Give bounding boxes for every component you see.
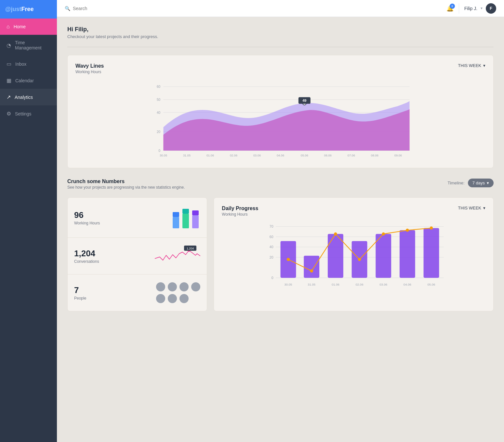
svg-rect-27 [182, 209, 189, 214]
daily-title-block: Daily Progress Working Hours [222, 206, 258, 217]
divider [67, 47, 494, 47]
working-hours-chart [171, 206, 200, 230]
svg-point-55 [406, 229, 409, 232]
user-name: Filip J. [464, 6, 477, 11]
svg-point-52 [334, 233, 337, 236]
calendar-icon: ▦ [7, 77, 11, 84]
svg-point-53 [358, 258, 361, 261]
greeting-subtitle: Checkout your latest projects and their … [67, 34, 494, 39]
svg-rect-28 [192, 215, 199, 228]
svg-point-56 [430, 226, 433, 230]
timeline-button[interactable]: 7 days ▾ [468, 179, 494, 187]
conversations-sparkline: 1,204 [155, 246, 200, 266]
svg-text:04.06: 04.06 [277, 154, 284, 157]
working-hours-stat: 96 Working Hours [68, 198, 207, 238]
svg-rect-45 [328, 234, 343, 278]
notification-button[interactable]: 🔔 8 [446, 5, 454, 12]
sidebar-item-calendar[interactable]: ▦ Calendar [0, 72, 57, 89]
people-stat: 7 People [68, 275, 207, 311]
svg-text:0: 0 [159, 149, 161, 153]
working-hours-text: 96 Working Hours [74, 210, 100, 225]
working-hours-label: Working Hours [74, 221, 100, 225]
crunch-header: Crunch some Numbers See how your project… [67, 179, 494, 190]
stats-grid: 96 Working Hours [67, 197, 494, 311]
wavy-chart-area: 60 50 40 20 0 49 30.05 31.05 [75, 81, 485, 160]
svg-text:30.05: 30.05 [285, 283, 292, 286]
svg-text:40: 40 [157, 111, 161, 114]
logo-suffix: Free [21, 6, 34, 12]
search-icon: 🔍 [65, 6, 70, 11]
this-week-label: THIS WEEK [458, 63, 481, 68]
sidebar-item-label: Analytics [15, 95, 33, 100]
svg-text:09.06: 09.06 [394, 154, 402, 157]
user-menu[interactable]: Filip J. ▼ F [459, 3, 496, 14]
people-value: 7 [74, 285, 86, 295]
svg-point-54 [382, 233, 385, 236]
chevron-down-icon: ▾ [487, 181, 489, 185]
svg-text:49: 49 [302, 99, 306, 102]
settings-icon: ⚙ [7, 111, 11, 117]
svg-text:06.06: 06.06 [324, 154, 332, 157]
svg-text:08.06: 08.06 [371, 154, 378, 157]
svg-point-50 [287, 258, 290, 261]
wavy-this-week-button[interactable]: THIS WEEK ▾ [458, 63, 485, 68]
sidebar-item-label: Settings [15, 111, 32, 116]
svg-text:40: 40 [270, 245, 273, 249]
svg-text:05.06: 05.06 [428, 283, 435, 286]
search-container[interactable]: 🔍 [65, 6, 443, 11]
sidebar-item-label: Time Management [15, 40, 50, 50]
svg-rect-24 [173, 217, 179, 228]
crunch-title-block: Crunch some Numbers See how your project… [67, 179, 185, 190]
sidebar-item-time-management[interactable]: ◔ Time Management [0, 35, 57, 56]
svg-text:70: 70 [270, 224, 273, 228]
person-circle [156, 294, 165, 303]
timeline-value: 7 days [472, 181, 485, 185]
conversations-label: Conversations [74, 259, 99, 264]
working-hours-value: 96 [74, 210, 100, 220]
page-content: Hi Filip, Checkout your latest projects … [57, 17, 504, 320]
svg-text:1,204: 1,204 [187, 247, 194, 250]
app-header: 🔍 🔔 8 Filip J. ▼ F [57, 0, 504, 17]
bar-chart-svg [171, 206, 200, 228]
daily-progress-card: Daily Progress Working Hours THIS WEEK ▾ [214, 197, 494, 311]
daily-this-week-button[interactable]: THIS WEEK ▾ [458, 206, 485, 210]
svg-rect-29 [192, 210, 199, 215]
wavy-chart-title: Wavy Lines [75, 63, 104, 69]
svg-rect-26 [182, 214, 189, 228]
svg-rect-44 [304, 256, 320, 278]
people-text: 7 People [74, 285, 86, 301]
sidebar-item-inbox[interactable]: ▭ Inbox [0, 56, 57, 72]
daily-period-label: THIS WEEK [458, 206, 481, 210]
timeline-control: Timeline: 7 days ▾ [447, 179, 494, 187]
sidebar: @justFree ⌂ Home ◔ Time Management ▭ Inb… [0, 0, 57, 442]
svg-text:20: 20 [157, 130, 161, 134]
svg-point-51 [310, 269, 313, 273]
wavy-chart-header: Wavy Lines Working Hours THIS WEEK ▾ [75, 63, 485, 74]
wavy-chart-svg: 60 50 40 20 0 49 30.05 31.05 [75, 81, 485, 159]
wavy-chart-title-block: Wavy Lines Working Hours [75, 63, 104, 74]
crunch-subtitle: See how your projects are progressing vi… [67, 185, 185, 190]
svg-text:50: 50 [157, 98, 161, 101]
sidebar-item-label: Inbox [15, 61, 26, 67]
chevron-down-icon: ▾ [483, 63, 485, 68]
home-icon: ⌂ [7, 24, 10, 30]
sidebar-item-home[interactable]: ⌂ Home [0, 19, 57, 35]
sidebar-item-settings[interactable]: ⚙ Settings [0, 105, 57, 122]
svg-text:20: 20 [270, 255, 273, 259]
svg-text:04.06: 04.06 [404, 283, 411, 286]
svg-rect-25 [173, 212, 179, 217]
analytics-icon: ↗ [7, 94, 11, 100]
sparkline-svg: 1,204 [155, 246, 200, 265]
sidebar-item-analytics[interactable]: ↗ Analytics [0, 89, 57, 105]
avatar: F [486, 3, 496, 14]
timeline-label: Timeline: [447, 181, 464, 185]
search-input[interactable] [73, 6, 138, 11]
svg-text:31.05: 31.05 [308, 283, 316, 286]
inbox-icon: ▭ [7, 61, 11, 67]
person-circle [168, 282, 177, 291]
greeting-title: Hi Filip, [67, 26, 494, 33]
person-circle [156, 282, 165, 291]
daily-chart-subtitle: Working Hours [222, 212, 258, 217]
wavy-chart-subtitle: Working Hours [75, 70, 104, 74]
people-label: People [74, 296, 86, 301]
